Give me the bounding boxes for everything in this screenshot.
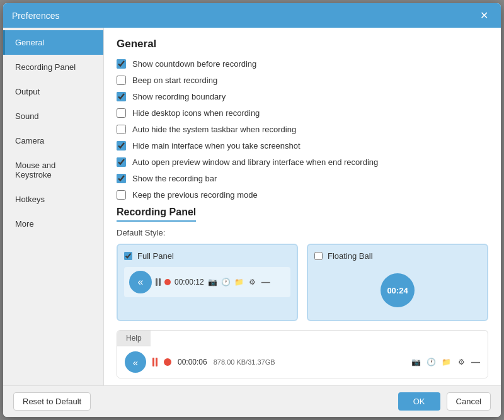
reset-button[interactable]: Reset to Default [13, 392, 91, 411]
checkbox-hide-main-input[interactable] [117, 141, 126, 150]
record-icon [164, 279, 171, 285]
full-panel-back-btn[interactable]: « [129, 271, 152, 293]
help-toolbar: 📷 🕐 📁 ⚙ — [411, 357, 480, 367]
recording-panel-section: Recording Panel Default Style: Full Pane… [117, 207, 488, 378]
help-file-size: 878.00 KB/31.37GB [214, 358, 275, 366]
dialog-body: General Recording Panel Output Sound Cam… [3, 28, 501, 385]
full-panel-timer: 00:00:12 [175, 278, 204, 287]
checkbox-countdown: Show countdown before recording [117, 59, 488, 69]
content-area: General Show countdown before recording … [104, 28, 501, 385]
checkbox-keep-mode: Keep the previous recording mode [117, 190, 488, 200]
ok-button[interactable]: OK [398, 392, 440, 411]
full-panel-header: Full Panel [124, 251, 290, 261]
checkbox-boundary-label: Show recording boundary [132, 92, 226, 101]
settings-toolbar-icon[interactable]: ⚙ [248, 277, 258, 287]
full-panel-label: Full Panel [137, 251, 174, 261]
sidebar-item-general[interactable]: General [3, 30, 103, 55]
checkbox-keep-mode-input[interactable] [117, 190, 126, 200]
checkbox-auto-hide-taskbar-label: Auto hide the system taskbar when record… [132, 125, 296, 134]
checkbox-hide-icons-input[interactable] [117, 108, 126, 118]
recording-panel-title: Recording Panel [117, 207, 196, 222]
full-panel-toolbar: 📷 🕐 📁 ⚙ [208, 277, 258, 287]
floating-ball-checkbox[interactable] [314, 252, 323, 260]
floating-ball-preview: 00:24 [314, 267, 481, 314]
help-clock-icon[interactable]: 🕐 [426, 357, 436, 367]
help-folder-icon[interactable]: 📁 [441, 357, 451, 367]
help-tab[interactable]: Help [117, 331, 151, 346]
sidebar-item-more[interactable]: More [3, 212, 103, 236]
general-section-title: General [117, 38, 488, 50]
checkbox-countdown-input[interactable] [117, 59, 126, 69]
camera-toolbar-icon[interactable]: 📷 [208, 277, 218, 287]
dialog-title: Preferences [12, 11, 59, 21]
minimize-btn[interactable]: — [261, 277, 270, 287]
full-panel-option[interactable]: Full Panel « 00:00:12 📷 [117, 244, 298, 321]
full-panel-preview: « 00:00:12 📷 🕐 📁 ⚙ [124, 267, 290, 297]
checkbox-auto-open: Auto open preview window and library int… [117, 157, 488, 167]
help-rec-icon [164, 358, 171, 366]
title-bar: Preferences ✕ [3, 3, 501, 28]
sidebar-item-recording-panel[interactable]: Recording Panel [3, 55, 103, 79]
help-camera-icon[interactable]: 📷 [411, 357, 421, 367]
checkbox-hide-icons: Hide desktop icons when recording [117, 108, 488, 118]
sidebar: General Recording Panel Output Sound Cam… [3, 28, 104, 385]
help-timer: 00:00:06 [178, 358, 207, 366]
checkbox-beep: Beep on start recording [117, 76, 488, 85]
checkbox-auto-open-input[interactable] [117, 157, 126, 167]
folder-toolbar-icon[interactable]: 📁 [234, 277, 244, 287]
help-pause-bar-2 [156, 358, 158, 366]
default-style-label: Default Style: [117, 228, 488, 237]
full-panel-checkbox[interactable] [124, 252, 132, 260]
preferences-dialog: Preferences ✕ General Recording Panel Ou… [3, 3, 501, 417]
checkbox-beep-input[interactable] [117, 76, 126, 85]
checkbox-auto-hide-taskbar-input[interactable] [117, 125, 126, 134]
sidebar-item-camera[interactable]: Camera [3, 128, 103, 153]
sidebar-item-mouse-keystroke[interactable]: Mouse and Keystroke [3, 153, 103, 187]
pause-bar-2 [159, 278, 161, 286]
pause-icon [156, 278, 161, 286]
help-back-btn[interactable]: « [125, 351, 146, 373]
help-section: Help « 00:00:06 878.00 KB/31.37GB 📷 🕐 [117, 330, 488, 378]
footer-buttons: OK Cancel [398, 392, 491, 411]
help-preview: « 00:00:06 878.00 KB/31.37GB 📷 🕐 📁 [117, 346, 488, 378]
checkbox-boundary: Show recording boundary [117, 92, 488, 101]
sidebar-item-hotkeys[interactable]: Hotkeys [3, 187, 103, 212]
floating-ball-option[interactable]: Floating Ball 00:24 [307, 244, 488, 321]
checkbox-show-bar-input[interactable] [117, 174, 126, 183]
sidebar-item-output[interactable]: Output [3, 79, 103, 104]
cancel-button[interactable]: Cancel [447, 392, 491, 411]
checkbox-auto-open-label: Auto open preview window and library int… [132, 157, 378, 167]
pause-bar-1 [156, 278, 158, 286]
help-minimize-btn[interactable]: — [471, 357, 480, 367]
close-button[interactable]: ✕ [476, 8, 492, 23]
checkbox-hide-icons-label: Hide desktop icons when recording [132, 108, 260, 118]
checkbox-show-bar-label: Show the recording bar [132, 174, 217, 183]
clock-toolbar-icon[interactable]: 🕐 [221, 277, 231, 287]
checkbox-boundary-input[interactable] [117, 92, 126, 101]
help-pause-icon [152, 358, 158, 366]
checkbox-hide-main-label: Hide main interface when you take screen… [132, 141, 301, 150]
checkbox-beep-label: Beep on start recording [132, 76, 217, 85]
help-pause-bar-1 [152, 358, 154, 366]
floating-ball-label: Floating Ball [328, 251, 373, 261]
help-settings-icon[interactable]: ⚙ [456, 357, 466, 367]
checkbox-hide-main: Hide main interface when you take screen… [117, 141, 488, 150]
checkbox-countdown-label: Show countdown before recording [132, 59, 256, 69]
checkbox-auto-hide-taskbar: Auto hide the system taskbar when record… [117, 125, 488, 134]
footer: Reset to Default OK Cancel [3, 385, 501, 417]
checkbox-keep-mode-label: Keep the previous recording mode [132, 190, 258, 200]
panel-options: Full Panel « 00:00:12 📷 [117, 244, 488, 321]
checkbox-show-bar: Show the recording bar [117, 174, 488, 183]
sidebar-item-sound[interactable]: Sound [3, 104, 103, 128]
floating-ball-timer: 00:24 [381, 273, 415, 307]
floating-ball-header: Floating Ball [314, 251, 481, 261]
